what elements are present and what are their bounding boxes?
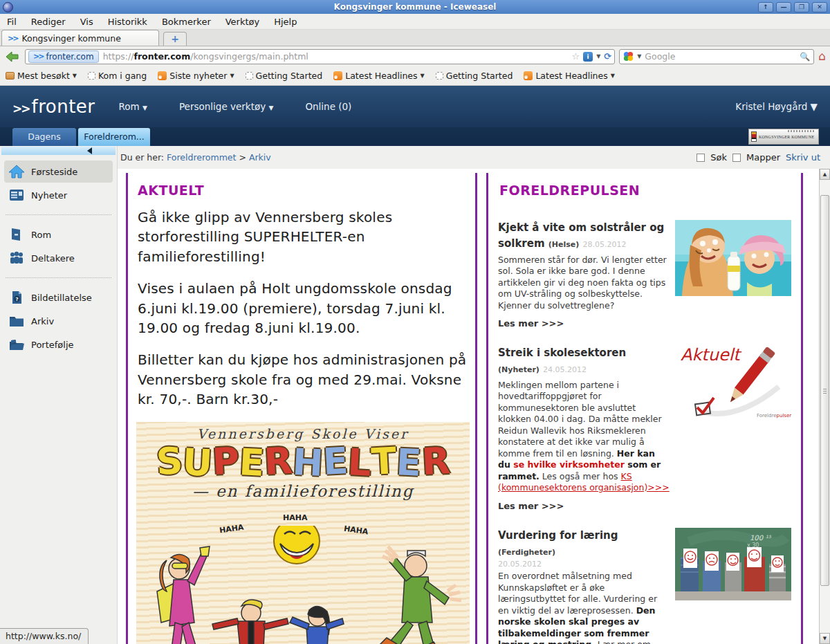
chevron-down-icon: ▼ xyxy=(73,73,77,79)
sync-icon[interactable]: i xyxy=(583,52,593,62)
google-logo-icon[interactable] xyxy=(623,51,634,62)
print-link[interactable]: Skriv ut xyxy=(786,152,820,163)
poster-characters-drawing xyxy=(136,526,470,644)
sidebar-item-forsteside[interactable]: Førsteside xyxy=(4,160,113,183)
user-name: Kristel Høygård xyxy=(735,101,807,112)
thumbnail-brand-text: Foreldrepulsen xyxy=(757,413,791,418)
default-favicon-icon xyxy=(88,72,95,80)
search-input[interactable] xyxy=(645,51,796,62)
close-button[interactable]: ✕ xyxy=(812,2,827,12)
url-scheme: https:// xyxy=(103,51,134,62)
url-text[interactable]: https://fronter.com/kongsvingergs/main.p… xyxy=(103,51,568,62)
sidebar-item-rom[interactable]: Rom xyxy=(4,223,113,246)
bookmark-siste-nyheter[interactable]: Siste nyheter ▼ xyxy=(158,71,234,81)
browser-window: Kongsvinger kommune - Iceweasel ↑ — ❐ ✕ … xyxy=(0,0,830,644)
aktuelt-paragraph: Billetter kan du kjøpe hos administrasjo… xyxy=(138,350,467,409)
sidebar-item-label: Bildetillatelse xyxy=(31,293,92,303)
sidebar-divider xyxy=(6,277,111,278)
menu-hjelp[interactable]: Hjelp xyxy=(274,17,297,27)
bookmark-getting-started-2[interactable]: Getting Started xyxy=(436,71,513,81)
article-title[interactable]: Streik i skolesektoren (Nyheter) 24.05.2… xyxy=(498,345,670,378)
breadcrumb-link-foreldrerommet[interactable]: Foreldrerommet xyxy=(167,152,236,163)
scroll-up-button[interactable]: ▲ xyxy=(820,169,830,180)
poster-haha-text: HAHA xyxy=(283,513,307,522)
site-identity-button[interactable]: >> fronter.com xyxy=(28,50,99,63)
article-streik: Streik i skolesektoren (Nyheter) 24.05.2… xyxy=(498,345,791,511)
article-thumbnail-aktuelt-pencil: Aktuelt xyxy=(675,345,791,432)
bookmark-latest-headlines-2[interactable]: Latest Headlines ▼ xyxy=(524,71,615,81)
bookmark-label: Getting Started xyxy=(256,71,323,81)
menu-historikk[interactable]: Historikk xyxy=(108,17,147,27)
article-date: 20.05.2012 xyxy=(498,560,670,569)
menu-verktoy[interactable]: Verktøy xyxy=(225,17,260,27)
kommune-logo: KONGSVINGER KOMMUNE xyxy=(748,129,819,145)
reload-icon[interactable]: ⟳ xyxy=(604,51,611,62)
fronter-menu-personlige-verktoy[interactable]: Personlige verktøy ▼ xyxy=(179,101,273,112)
svg-text:Aktuelt: Aktuelt xyxy=(681,345,742,365)
fronter-menu-rom[interactable]: Rom ▼ xyxy=(119,101,147,112)
bookmark-mest-besokt[interactable]: Mest besøkt ▼ xyxy=(6,71,77,81)
menu-fil[interactable]: Fil xyxy=(7,17,17,27)
sidebar-item-deltakere[interactable]: Deltakere xyxy=(4,247,113,269)
rss-icon xyxy=(333,71,342,80)
vertical-scrollbar[interactable]: ▲ ▼ xyxy=(819,169,830,644)
bookmark-star-icon[interactable]: ☆ xyxy=(571,51,580,62)
new-tab-button[interactable]: + xyxy=(163,32,187,46)
menu-vis[interactable]: Vis xyxy=(80,17,93,27)
bookmark-latest-headlines[interactable]: Latest Headlines ▼ xyxy=(333,71,425,81)
user-menu[interactable]: Kristel Høygård ▼ xyxy=(735,101,818,112)
bookmark-getting-started[interactable]: Getting Started xyxy=(246,71,323,81)
search-engine-chevron-icon[interactable]: ▼ xyxy=(637,53,641,59)
sidebar-item-arkiv[interactable]: Arkiv xyxy=(4,310,113,332)
tab-dagens[interactable]: Dagens xyxy=(12,128,76,146)
menu-rediger[interactable]: Rediger xyxy=(31,17,66,27)
home-icon[interactable]: ⌂ xyxy=(818,50,826,62)
aktuelt-heading: AKTUELT xyxy=(138,183,467,198)
bookmark-label: Getting Started xyxy=(446,71,513,81)
sidebar-divider xyxy=(6,214,111,215)
mapper-label: Mapper xyxy=(746,152,780,163)
scrollbar-thumb[interactable] xyxy=(820,195,829,586)
article-title[interactable]: Kjekt å vite om solstråler og solkrem (H… xyxy=(498,220,670,252)
les-mer-link[interactable]: Les mer >>> xyxy=(498,501,670,511)
sidebar-item-label: Portefølje xyxy=(31,340,74,350)
bookmark-kom-i-gang[interactable]: Kom i gang xyxy=(88,71,147,81)
minimize-button[interactable]: — xyxy=(776,2,791,12)
breadcrumb-row: Du er her: Foreldrerommet > Arkiv Søk Ma… xyxy=(118,146,830,169)
article-title[interactable]: Vurdering for læring (Ferdigheter) xyxy=(498,528,670,560)
breadcrumb-link-arkiv[interactable]: Arkiv xyxy=(249,152,271,163)
tab-foreldrerom[interactable]: Foreldrerom... xyxy=(78,128,150,146)
back-button[interactable] xyxy=(4,49,21,64)
bookmark-label: Latest Headlines xyxy=(345,71,417,81)
browser-tab[interactable]: >> Kongsvinger kommune xyxy=(1,30,159,46)
chevron-down-icon[interactable]: ▼ xyxy=(596,53,600,59)
site-identity-label: fronter.com xyxy=(46,52,93,62)
portfolio-open-folder-icon xyxy=(8,337,25,352)
article-category: (Helse) xyxy=(548,240,580,249)
poster-subtitle: — en familieforestilling xyxy=(136,482,470,500)
sidebar-item-portefolje[interactable]: Portefølje xyxy=(4,333,113,356)
fronter-menu-online[interactable]: Online (0) xyxy=(305,101,351,112)
url-bar[interactable]: >> fronter.com https://fronter.com/kongs… xyxy=(25,49,615,64)
sok-checkbox[interactable] xyxy=(697,154,705,162)
search-box[interactable]: ▼ 🔍 xyxy=(619,49,814,64)
fronter-logo[interactable]: >> fronter xyxy=(12,96,95,117)
kommune-crest-icon xyxy=(751,131,757,142)
fronter-header: >> fronter Rom ▼ Personlige verktøy ▼ On… xyxy=(0,86,830,127)
search-icon[interactable]: 🔍 xyxy=(800,52,810,62)
scroll-down-button[interactable]: ▼ xyxy=(820,633,830,644)
menu-bokmerker[interactable]: Bokmerker xyxy=(162,17,211,27)
mapper-checkbox[interactable] xyxy=(732,154,741,162)
article-thumbnail-chalkboard-kids: 100 ¹⁵ x 30 xyxy=(675,528,791,600)
sidebar-item-bildetillatelse[interactable]: ? Bildetillatelse xyxy=(4,286,113,309)
sidebar-item-nyheter[interactable]: Nyheter xyxy=(4,184,113,206)
collapse-sidebar-icon[interactable] xyxy=(87,147,92,154)
fronter-logo-chevrons: >> xyxy=(12,102,30,116)
shade-button[interactable]: ↑ xyxy=(758,2,773,12)
url-domain: fronter.com xyxy=(133,51,190,62)
article-category: (Nyheter) xyxy=(498,365,540,374)
aktuelt-paragraph: Gå ikke glipp av Vennersberg skoles stor… xyxy=(138,208,467,266)
les-mer-link[interactable]: Les mer >>> xyxy=(498,318,670,329)
maximize-button[interactable]: ❐ xyxy=(794,2,809,12)
poster-title: SUPERHELTER xyxy=(136,443,470,479)
